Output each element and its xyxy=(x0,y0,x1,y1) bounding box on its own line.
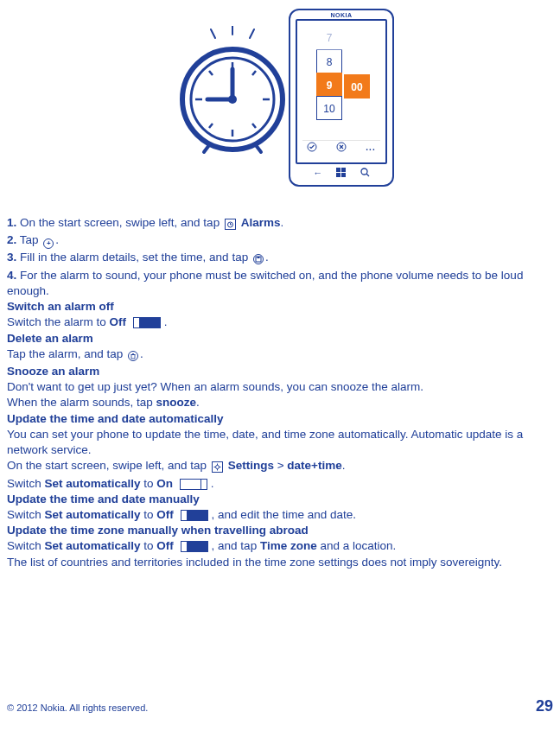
body-text: > xyxy=(274,459,287,472)
hour-cell-selected: 9 xyxy=(316,73,342,97)
main-content: 1. On the start screen, swipe left, and … xyxy=(0,215,560,570)
body-text: . xyxy=(342,459,346,472)
save-icon xyxy=(253,251,264,267)
alarms-app-icon xyxy=(225,217,236,232)
body-text: Tap the alarm, and tap xyxy=(7,347,126,360)
off-label: Off xyxy=(156,508,174,521)
svg-rect-30 xyxy=(257,257,259,258)
body-text: . xyxy=(164,315,168,328)
set-auto-label: Set automatically xyxy=(45,508,141,521)
hour-cell: 10 xyxy=(316,96,342,120)
auto-switch-on: Switch Set automatically to On . xyxy=(7,476,553,492)
step-text: . xyxy=(265,251,269,264)
section-manual-head: Update the time and date manually xyxy=(7,492,553,507)
step-text: . xyxy=(280,216,283,229)
minute-cell-selected: 00 xyxy=(344,74,370,99)
add-icon: + xyxy=(43,234,54,250)
section-delete-head: Delete an alarm xyxy=(7,331,553,346)
toggle-off-icon xyxy=(133,317,161,328)
body-text: . xyxy=(196,396,200,409)
section-switch-off-head: Switch an alarm off xyxy=(7,299,553,315)
body-text: to xyxy=(141,539,157,552)
settings-app-icon xyxy=(212,460,223,475)
svg-rect-22 xyxy=(336,173,340,177)
minutes-column: 00 xyxy=(344,74,370,98)
set-auto-label: Set automatically xyxy=(45,477,141,490)
set-auto-label: Set automatically xyxy=(45,539,141,552)
toggle-on-icon xyxy=(180,479,207,490)
hours-column: 7 8 9 10 xyxy=(316,26,342,119)
step-1: 1. On the start screen, swipe left, and … xyxy=(7,215,553,232)
step-3: 3. Fill in the alarm details, set the ti… xyxy=(7,250,553,267)
body-text: , and tap xyxy=(212,539,260,552)
step-text: Fill in the alarm details, set the time,… xyxy=(16,251,251,264)
step-text: Tap xyxy=(16,233,41,246)
delete-icon xyxy=(128,348,138,364)
body-text: Switch xyxy=(7,539,45,552)
body-text: . xyxy=(211,477,214,490)
svg-rect-21 xyxy=(341,168,346,172)
step-text: . xyxy=(55,233,59,246)
tz-body: Switch Set automatically to Off , and ta… xyxy=(7,538,553,554)
phone-screen: 7 8 9 10 00 ... xyxy=(296,19,387,164)
svg-point-34 xyxy=(215,466,219,469)
analog-clock-icon xyxy=(168,26,297,156)
more-dots: ... xyxy=(366,143,375,152)
step-4: 4. For the alarm to sound, your phone mu… xyxy=(7,268,553,299)
section-auto-head: Update the time and date automatically xyxy=(7,411,553,427)
system-bar: ← xyxy=(290,164,392,181)
svg-point-15 xyxy=(228,95,237,104)
body-text: Switch xyxy=(7,508,45,521)
svg-rect-20 xyxy=(336,168,340,172)
back-icon: ← xyxy=(313,168,322,178)
step-num: 2. xyxy=(7,233,16,246)
phone-brand-label: NOKIA xyxy=(290,12,392,18)
picker-footer: ... xyxy=(302,140,380,154)
body-text: On the start screen, swipe left, and tap xyxy=(7,459,210,472)
section-switch-off-body: Switch the alarm to Off . xyxy=(7,315,553,330)
section-snooze-head: Snooze an alarm xyxy=(7,364,553,379)
section-delete-body: Tap the alarm, and tap . xyxy=(7,346,553,364)
toggle-off-icon xyxy=(181,510,208,521)
datetime-label: date+time xyxy=(287,459,341,472)
step-num: 3. xyxy=(7,251,16,264)
step-num: 1. xyxy=(7,216,16,229)
step-text: For the alarm to sound, your phone must … xyxy=(7,269,523,297)
clock-phone-illustration: NOKIA 7 8 9 10 00 xyxy=(168,7,392,188)
toggle-off-icon xyxy=(181,541,208,552)
svg-line-25 xyxy=(366,174,369,176)
body-text: and a location. xyxy=(317,539,397,552)
off-label: Off xyxy=(156,539,174,552)
body-text: to xyxy=(141,477,157,490)
time-picker: 7 8 9 10 00 xyxy=(302,26,380,140)
manual-body: Switch Set automatically to Off , and ed… xyxy=(7,507,553,523)
svg-rect-31 xyxy=(131,354,135,359)
body-text: . xyxy=(140,347,143,360)
body-text: Switch the alarm to xyxy=(7,315,110,328)
page-number: 29 xyxy=(536,697,553,715)
snooze-label: snooze xyxy=(156,396,197,409)
auto-desc: You can set your phone to update the tim… xyxy=(7,427,553,458)
off-label: Off xyxy=(110,315,127,328)
svg-line-1 xyxy=(211,29,215,38)
svg-point-24 xyxy=(361,168,367,175)
alarms-label: Alarms xyxy=(241,216,281,229)
svg-line-2 xyxy=(250,29,254,38)
windows-icon xyxy=(336,168,346,179)
check-icon xyxy=(307,142,317,154)
search-sys-icon xyxy=(360,168,370,179)
body-text: When the alarm sounds, tap xyxy=(7,396,156,409)
step-num: 4. xyxy=(7,269,16,282)
auto-nav: On the start screen, swipe left, and tap… xyxy=(7,458,553,475)
sovereignty-note: The list of countries and territories in… xyxy=(7,555,553,570)
svg-line-16 xyxy=(204,145,209,152)
cancel-icon xyxy=(336,142,347,154)
on-label: On xyxy=(156,477,173,490)
svg-line-17 xyxy=(256,145,261,152)
timezone-label: Time zone xyxy=(260,539,317,552)
illustration-area: NOKIA 7 8 9 10 00 xyxy=(0,0,560,215)
svg-rect-23 xyxy=(341,173,346,177)
body-text: , and edit the time and date. xyxy=(212,508,356,521)
settings-label: Settings xyxy=(228,459,274,472)
section-tz-head: Update the time zone manually when trave… xyxy=(7,523,553,538)
